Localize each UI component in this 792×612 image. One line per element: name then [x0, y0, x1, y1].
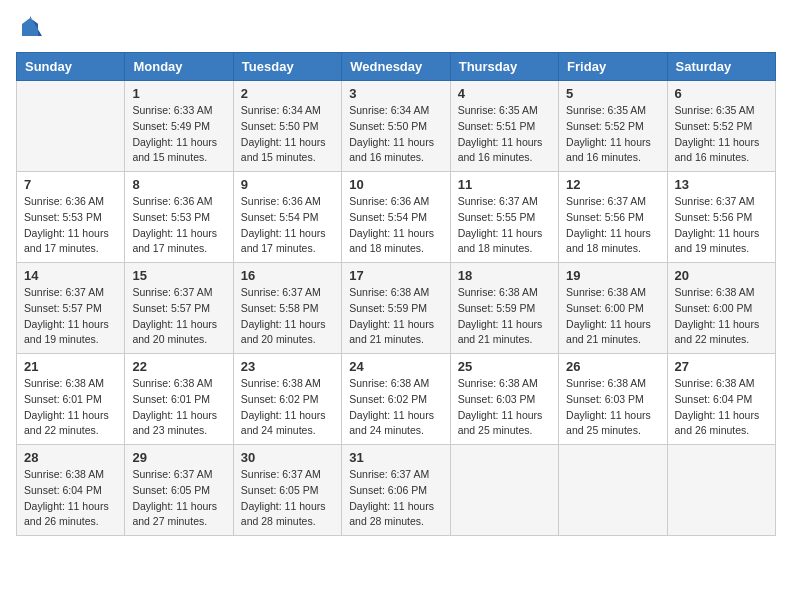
day-number: 16 — [241, 268, 334, 283]
day-number: 22 — [132, 359, 225, 374]
calendar-cell: 4Sunrise: 6:35 AMSunset: 5:51 PMDaylight… — [450, 81, 558, 172]
calendar-cell: 7Sunrise: 6:36 AMSunset: 5:53 PMDaylight… — [17, 172, 125, 263]
calendar-cell: 19Sunrise: 6:38 AMSunset: 6:00 PMDayligh… — [559, 263, 667, 354]
header-day: Wednesday — [342, 53, 450, 81]
day-number: 17 — [349, 268, 442, 283]
calendar-cell: 23Sunrise: 6:38 AMSunset: 6:02 PMDayligh… — [233, 354, 341, 445]
calendar-cell: 18Sunrise: 6:38 AMSunset: 5:59 PMDayligh… — [450, 263, 558, 354]
calendar-cell: 30Sunrise: 6:37 AMSunset: 6:05 PMDayligh… — [233, 445, 341, 536]
page-header — [16, 16, 776, 40]
calendar-week-row: 28Sunrise: 6:38 AMSunset: 6:04 PMDayligh… — [17, 445, 776, 536]
day-number: 27 — [675, 359, 768, 374]
day-info: Sunrise: 6:38 AMSunset: 5:59 PMDaylight:… — [458, 285, 551, 348]
calendar-cell — [667, 445, 775, 536]
calendar-cell: 20Sunrise: 6:38 AMSunset: 6:00 PMDayligh… — [667, 263, 775, 354]
day-number: 19 — [566, 268, 659, 283]
day-info: Sunrise: 6:36 AMSunset: 5:54 PMDaylight:… — [349, 194, 442, 257]
header-day: Saturday — [667, 53, 775, 81]
day-number: 3 — [349, 86, 442, 101]
day-info: Sunrise: 6:35 AMSunset: 5:52 PMDaylight:… — [675, 103, 768, 166]
day-number: 14 — [24, 268, 117, 283]
day-info: Sunrise: 6:37 AMSunset: 5:56 PMDaylight:… — [675, 194, 768, 257]
calendar-week-row: 1Sunrise: 6:33 AMSunset: 5:49 PMDaylight… — [17, 81, 776, 172]
day-number: 25 — [458, 359, 551, 374]
day-number: 13 — [675, 177, 768, 192]
header-day: Friday — [559, 53, 667, 81]
day-info: Sunrise: 6:37 AMSunset: 5:57 PMDaylight:… — [132, 285, 225, 348]
day-number: 31 — [349, 450, 442, 465]
day-info: Sunrise: 6:34 AMSunset: 5:50 PMDaylight:… — [349, 103, 442, 166]
day-number: 7 — [24, 177, 117, 192]
day-info: Sunrise: 6:37 AMSunset: 6:05 PMDaylight:… — [241, 467, 334, 530]
day-number: 2 — [241, 86, 334, 101]
calendar-cell: 31Sunrise: 6:37 AMSunset: 6:06 PMDayligh… — [342, 445, 450, 536]
calendar-cell — [559, 445, 667, 536]
day-info: Sunrise: 6:34 AMSunset: 5:50 PMDaylight:… — [241, 103, 334, 166]
calendar-cell: 27Sunrise: 6:38 AMSunset: 6:04 PMDayligh… — [667, 354, 775, 445]
calendar-cell: 11Sunrise: 6:37 AMSunset: 5:55 PMDayligh… — [450, 172, 558, 263]
day-info: Sunrise: 6:37 AMSunset: 6:05 PMDaylight:… — [132, 467, 225, 530]
day-number: 11 — [458, 177, 551, 192]
day-number: 30 — [241, 450, 334, 465]
calendar-cell: 12Sunrise: 6:37 AMSunset: 5:56 PMDayligh… — [559, 172, 667, 263]
day-number: 23 — [241, 359, 334, 374]
day-info: Sunrise: 6:37 AMSunset: 6:06 PMDaylight:… — [349, 467, 442, 530]
header-row: SundayMondayTuesdayWednesdayThursdayFrid… — [17, 53, 776, 81]
day-info: Sunrise: 6:38 AMSunset: 6:03 PMDaylight:… — [458, 376, 551, 439]
calendar-cell: 10Sunrise: 6:36 AMSunset: 5:54 PMDayligh… — [342, 172, 450, 263]
day-info: Sunrise: 6:37 AMSunset: 5:56 PMDaylight:… — [566, 194, 659, 257]
day-number: 6 — [675, 86, 768, 101]
calendar-cell: 15Sunrise: 6:37 AMSunset: 5:57 PMDayligh… — [125, 263, 233, 354]
calendar-cell: 13Sunrise: 6:37 AMSunset: 5:56 PMDayligh… — [667, 172, 775, 263]
day-info: Sunrise: 6:38 AMSunset: 6:01 PMDaylight:… — [132, 376, 225, 439]
logo-icon — [18, 16, 42, 40]
header-day: Monday — [125, 53, 233, 81]
day-info: Sunrise: 6:38 AMSunset: 6:04 PMDaylight:… — [24, 467, 117, 530]
calendar-cell: 8Sunrise: 6:36 AMSunset: 5:53 PMDaylight… — [125, 172, 233, 263]
day-number: 24 — [349, 359, 442, 374]
day-info: Sunrise: 6:38 AMSunset: 6:03 PMDaylight:… — [566, 376, 659, 439]
calendar-cell: 22Sunrise: 6:38 AMSunset: 6:01 PMDayligh… — [125, 354, 233, 445]
day-info: Sunrise: 6:38 AMSunset: 6:04 PMDaylight:… — [675, 376, 768, 439]
calendar-week-row: 7Sunrise: 6:36 AMSunset: 5:53 PMDaylight… — [17, 172, 776, 263]
calendar-cell: 6Sunrise: 6:35 AMSunset: 5:52 PMDaylight… — [667, 81, 775, 172]
header-day: Tuesday — [233, 53, 341, 81]
calendar-cell: 1Sunrise: 6:33 AMSunset: 5:49 PMDaylight… — [125, 81, 233, 172]
day-info: Sunrise: 6:37 AMSunset: 5:58 PMDaylight:… — [241, 285, 334, 348]
calendar-cell: 5Sunrise: 6:35 AMSunset: 5:52 PMDaylight… — [559, 81, 667, 172]
day-info: Sunrise: 6:38 AMSunset: 6:02 PMDaylight:… — [349, 376, 442, 439]
calendar-cell — [17, 81, 125, 172]
calendar-cell: 26Sunrise: 6:38 AMSunset: 6:03 PMDayligh… — [559, 354, 667, 445]
day-number: 15 — [132, 268, 225, 283]
calendar-cell: 24Sunrise: 6:38 AMSunset: 6:02 PMDayligh… — [342, 354, 450, 445]
day-number: 8 — [132, 177, 225, 192]
day-info: Sunrise: 6:36 AMSunset: 5:53 PMDaylight:… — [132, 194, 225, 257]
calendar-cell: 17Sunrise: 6:38 AMSunset: 5:59 PMDayligh… — [342, 263, 450, 354]
day-info: Sunrise: 6:38 AMSunset: 6:01 PMDaylight:… — [24, 376, 117, 439]
day-info: Sunrise: 6:38 AMSunset: 6:00 PMDaylight:… — [566, 285, 659, 348]
logo — [16, 16, 42, 40]
day-info: Sunrise: 6:38 AMSunset: 6:00 PMDaylight:… — [675, 285, 768, 348]
header-day: Sunday — [17, 53, 125, 81]
day-number: 4 — [458, 86, 551, 101]
day-info: Sunrise: 6:37 AMSunset: 5:55 PMDaylight:… — [458, 194, 551, 257]
svg-marker-0 — [22, 18, 38, 36]
day-number: 5 — [566, 86, 659, 101]
calendar-cell: 21Sunrise: 6:38 AMSunset: 6:01 PMDayligh… — [17, 354, 125, 445]
header-day: Thursday — [450, 53, 558, 81]
calendar-cell: 3Sunrise: 6:34 AMSunset: 5:50 PMDaylight… — [342, 81, 450, 172]
day-number: 28 — [24, 450, 117, 465]
day-info: Sunrise: 6:33 AMSunset: 5:49 PMDaylight:… — [132, 103, 225, 166]
day-number: 29 — [132, 450, 225, 465]
calendar-cell: 2Sunrise: 6:34 AMSunset: 5:50 PMDaylight… — [233, 81, 341, 172]
day-info: Sunrise: 6:35 AMSunset: 5:52 PMDaylight:… — [566, 103, 659, 166]
calendar-cell: 16Sunrise: 6:37 AMSunset: 5:58 PMDayligh… — [233, 263, 341, 354]
day-info: Sunrise: 6:36 AMSunset: 5:53 PMDaylight:… — [24, 194, 117, 257]
day-info: Sunrise: 6:38 AMSunset: 6:02 PMDaylight:… — [241, 376, 334, 439]
day-number: 26 — [566, 359, 659, 374]
calendar-week-row: 14Sunrise: 6:37 AMSunset: 5:57 PMDayligh… — [17, 263, 776, 354]
calendar-table: SundayMondayTuesdayWednesdayThursdayFrid… — [16, 52, 776, 536]
day-number: 20 — [675, 268, 768, 283]
calendar-week-row: 21Sunrise: 6:38 AMSunset: 6:01 PMDayligh… — [17, 354, 776, 445]
day-number: 10 — [349, 177, 442, 192]
